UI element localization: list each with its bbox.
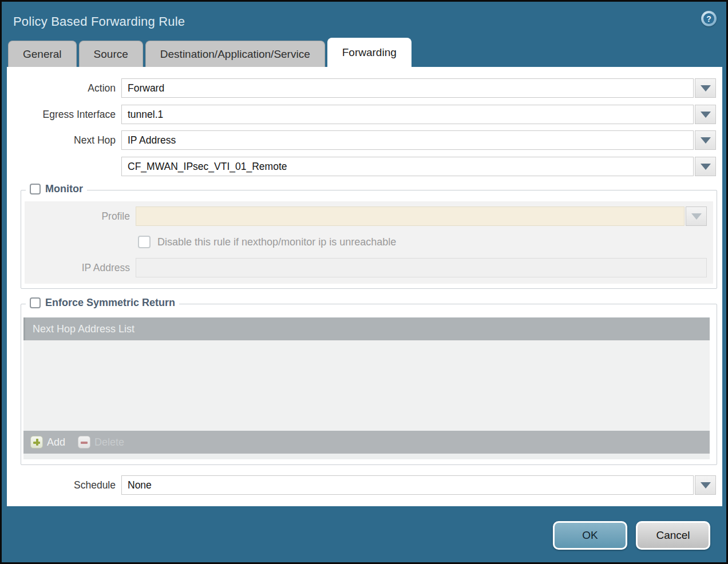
delete-icon (78, 436, 90, 448)
monitor-section: Monitor Profile Disable this rule if nex… (21, 190, 717, 289)
schedule-dropdown-button[interactable] (695, 475, 716, 495)
next-hop-address-dropdown-button[interactable] (695, 157, 716, 176)
monitor-title: Monitor (45, 183, 83, 195)
next-hop-address-list-header: Next Hop Address List (23, 317, 710, 340)
schedule-label: Schedule (7, 479, 121, 491)
delete-button: Delete (78, 436, 124, 448)
schedule-select[interactable]: None (121, 475, 694, 495)
enforce-symmetric-return-checkbox[interactable] (30, 297, 41, 308)
monitor-checkbox[interactable] (30, 184, 41, 194)
table-bottom-strip (23, 454, 710, 459)
add-button[interactable]: Add (30, 436, 65, 448)
help-icon[interactable]: ? (701, 11, 717, 26)
tab-bar: General Source Destination/Application/S… (8, 38, 726, 67)
next-hop-address-list-rows[interactable] (23, 340, 710, 431)
action-select[interactable]: Forward (121, 78, 694, 98)
next-hop-address-list-toolbar: Add Delete (23, 431, 710, 454)
pbf-rule-dialog: Policy Based Forwarding Rule ? General S… (0, 0, 728, 564)
dialog-title: Policy Based Forwarding Rule (13, 14, 185, 29)
action-row: Action Forward (7, 78, 722, 98)
monitor-panel: Profile Disable this rule if nexthop/mon… (25, 201, 713, 284)
profile-select (136, 206, 685, 226)
chevron-down-icon (691, 213, 702, 220)
next-hop-label: Next Hop (7, 134, 121, 146)
next-hop-address-row: CF_MWAN_IPsec_VTI_01_Remote (7, 157, 722, 176)
next-hop-address-list-container: Next Hop Address List Add Delete (21, 304, 717, 464)
chevron-down-icon (701, 164, 711, 170)
egress-interface-select[interactable]: tunnel.1 (121, 105, 694, 124)
tab-source[interactable]: Source (79, 41, 143, 67)
monitor-ip-address-input (136, 258, 707, 277)
next-hop-address-input[interactable]: CF_MWAN_IPsec_VTI_01_Remote (121, 157, 694, 176)
chevron-down-icon (701, 137, 711, 144)
ok-button[interactable]: OK (553, 521, 627, 550)
add-icon (30, 436, 43, 448)
chevron-down-icon (701, 85, 711, 92)
disable-rule-row: Disable this rule if nexthop/monitor ip … (25, 236, 713, 248)
forwarding-tab-panel: Action Forward Egress Interface tunnel.1… (7, 67, 722, 506)
enforce-symmetric-return-section: Enforce Symmetric Return Next Hop Addres… (21, 304, 717, 465)
tab-forwarding[interactable]: Forwarding (327, 38, 412, 67)
tab-general[interactable]: General (8, 41, 77, 67)
cancel-button[interactable]: Cancel (636, 521, 710, 550)
profile-row: Profile (25, 206, 713, 226)
egress-interface-label: Egress Interface (7, 109, 121, 121)
title-bar: Policy Based Forwarding Rule (2, 2, 726, 38)
chevron-down-icon (701, 482, 711, 488)
profile-label: Profile (25, 210, 136, 223)
question-mark-icon: ? (703, 13, 714, 24)
disable-rule-label: Disable this rule if nexthop/monitor ip … (157, 236, 396, 248)
next-hop-row: Next Hop IP Address (7, 130, 722, 150)
action-label: Action (7, 82, 121, 94)
action-dropdown-button[interactable] (695, 78, 716, 98)
disable-rule-checkbox (138, 236, 151, 248)
profile-dropdown-button (686, 206, 707, 226)
next-hop-type-select[interactable]: IP Address (121, 130, 694, 150)
tab-destination-application-service[interactable]: Destination/Application/Service (145, 41, 325, 67)
egress-interface-dropdown-button[interactable] (695, 105, 716, 124)
monitor-ip-address-row: IP Address (25, 258, 713, 277)
schedule-row: Schedule None (7, 475, 722, 495)
enforce-symmetric-return-legend: Enforce Symmetric Return (26, 297, 179, 309)
next-hop-address-list-table: Next Hop Address List Add Delete (23, 317, 710, 459)
egress-interface-row: Egress Interface tunnel.1 (7, 105, 722, 124)
monitor-legend: Monitor (26, 183, 87, 195)
next-hop-dropdown-button[interactable] (695, 130, 716, 150)
chevron-down-icon (701, 112, 711, 118)
monitor-ip-address-label: IP Address (25, 262, 136, 274)
dialog-action-buttons: OK Cancel (553, 521, 710, 550)
enforce-symmetric-return-title: Enforce Symmetric Return (45, 297, 175, 309)
